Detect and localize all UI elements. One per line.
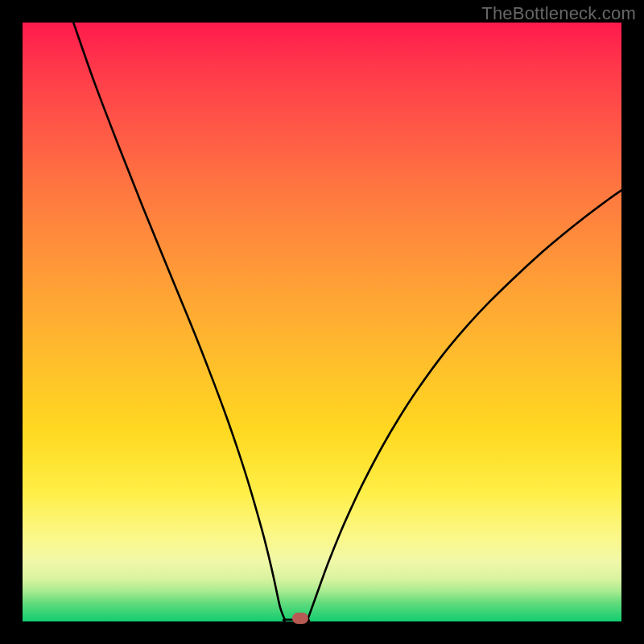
optimum-marker	[292, 613, 308, 624]
watermark-text: TheBottleneck.com	[481, 3, 636, 24]
chart-frame: TheBottleneck.com	[0, 0, 644, 644]
plot-area	[23, 23, 621, 621]
bottleneck-curve	[23, 23, 621, 621]
